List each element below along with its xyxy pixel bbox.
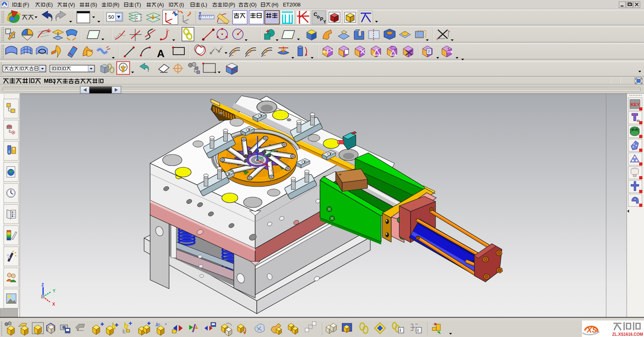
svg-text:(S): (S) <box>90 2 97 8</box>
svg-text:(E): (E) <box>46 2 53 8</box>
svg-text:i: i <box>417 328 419 333</box>
svg-text:(V): (V) <box>68 2 75 8</box>
svg-text:x: x <box>436 37 438 41</box>
svg-text:(L): (L) <box>201 2 207 8</box>
svg-text:P: P <box>320 16 323 22</box>
svg-text:(F): (F) <box>23 2 29 8</box>
svg-text:Y: Y <box>323 19 326 24</box>
svg-text:(A): (A) <box>157 2 164 8</box>
svg-text:(O): (O) <box>249 2 256 8</box>
svg-text:(T): (T) <box>134 2 141 8</box>
svg-text:Y: Y <box>53 289 56 293</box>
svg-text:i: i <box>400 328 401 333</box>
svg-text:ZL.XS1616.COM: ZL.XS1616.COM <box>612 332 643 337</box>
svg-text:ET2008: ET2008 <box>283 2 301 8</box>
svg-text:(R): (R) <box>112 2 119 8</box>
svg-text:x: x <box>448 46 450 50</box>
svg-text:,: , <box>54 78 55 85</box>
svg-text:o: o <box>317 14 320 20</box>
svg-text:X: X <box>52 302 55 306</box>
svg-text:Z: Z <box>41 283 44 287</box>
svg-text:(P): (P) <box>229 2 235 8</box>
svg-text:A: A <box>157 47 165 60</box>
svg-text:XC: XC <box>270 169 275 173</box>
svg-text:XS: XS <box>586 326 597 334</box>
svg-text:KEY: KEY <box>631 102 640 107</box>
svg-text:ZC: ZC <box>249 140 253 144</box>
svg-text:(H): (H) <box>271 2 278 8</box>
svg-text:x: x <box>448 29 450 33</box>
svg-text:(I): (I) <box>179 2 184 8</box>
svg-text:50: 50 <box>108 14 114 20</box>
